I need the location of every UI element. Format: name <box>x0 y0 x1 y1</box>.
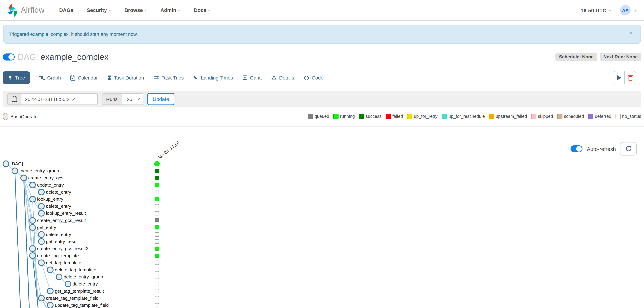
task-node-circle[interactable] <box>48 267 53 273</box>
tab-landing-times[interactable]: Landing Times <box>193 75 233 81</box>
task-status-square[interactable] <box>155 225 159 229</box>
task-node-circle[interactable] <box>38 210 44 216</box>
nav-item-security[interactable]: Security <box>87 8 111 13</box>
status-color-swatch <box>386 114 391 119</box>
task-status-square[interactable] <box>155 268 159 272</box>
navbar-right: 16:50 UTC AA <box>580 5 637 16</box>
num-runs-select[interactable]: 25 <box>122 93 143 105</box>
task-node-circle[interactable] <box>12 168 18 174</box>
update-button[interactable]: Update <box>148 93 174 105</box>
legend-status-running: running <box>334 114 355 119</box>
task-node-circle[interactable] <box>48 302 53 308</box>
task-node-circle[interactable] <box>38 295 44 301</box>
task-node-circle[interactable] <box>3 161 9 167</box>
tree-view: Jan 28, 17:50[DAG]create_entry_groupcrea… <box>0 140 644 308</box>
tab-code[interactable]: Code <box>304 75 324 81</box>
tab-gantt[interactable]: Gantt <box>242 75 262 81</box>
task-status-square[interactable] <box>155 261 159 265</box>
status-label: no_status <box>622 114 641 119</box>
task-label: get_entry <box>37 225 56 230</box>
task-node-circle[interactable] <box>38 189 44 195</box>
landing-icon <box>193 75 198 80</box>
task-node-circle[interactable] <box>38 203 44 209</box>
task-label: update_tag_template_field <box>55 302 108 308</box>
task-label: delete_entry <box>46 232 71 237</box>
task-status-square[interactable] <box>155 218 159 222</box>
task-status-square[interactable] <box>155 303 159 307</box>
task-node-circle[interactable] <box>21 175 26 181</box>
nav-item-admin[interactable]: Admin <box>160 8 180 13</box>
dag-name: example_complex <box>40 52 108 62</box>
close-icon[interactable]: × <box>629 30 633 36</box>
status-color-swatch <box>616 114 621 119</box>
dag-pause-toggle[interactable] <box>3 54 15 61</box>
tree-edge <box>32 256 38 308</box>
task-node-circle[interactable] <box>30 196 36 202</box>
task-label: get_tag_template <box>46 260 82 265</box>
status-color-swatch <box>531 114 536 119</box>
avatar[interactable]: AA <box>620 5 631 16</box>
tab-details[interactable]: Details <box>272 75 294 81</box>
nav-item-docs[interactable]: Docs <box>194 8 210 13</box>
dag-run-status-circle[interactable] <box>154 161 160 166</box>
status-label: skipped <box>538 114 553 119</box>
task-status-square[interactable] <box>155 275 159 279</box>
trash-icon <box>628 75 633 81</box>
task-node-circle[interactable] <box>30 182 36 188</box>
calendar-addon[interactable] <box>8 93 21 105</box>
status-label: up_for_reschedule <box>448 114 485 119</box>
schedule-badge: Schedule: None <box>556 53 597 61</box>
task-node-circle[interactable] <box>30 246 36 251</box>
tab-task-duration[interactable]: Task Duration <box>107 75 144 81</box>
task-status-square[interactable] <box>155 232 159 236</box>
legend-status-up_for_retry: up_for_retry <box>407 114 438 119</box>
operator-label: BashOperator <box>10 114 39 119</box>
runs-label: Runs <box>102 93 122 105</box>
task-status-square[interactable] <box>155 282 159 286</box>
airflow-page: Airflow DAGs Security Browse Admin Docs … <box>0 0 644 308</box>
nav-item-dags[interactable]: DAGs <box>59 8 74 13</box>
nav-item-browse[interactable]: Browse <box>124 8 147 13</box>
tab-tree[interactable]: Tree <box>3 71 30 84</box>
task-status-square[interactable] <box>155 211 159 215</box>
task-node-circle[interactable] <box>65 281 71 287</box>
task-node-circle[interactable] <box>38 232 44 237</box>
run-filter-bar: Runs 25 Update <box>3 91 641 107</box>
tree-edge <box>32 227 38 308</box>
chevron-down-icon[interactable] <box>634 10 637 12</box>
trigger-dag-button[interactable] <box>613 71 625 84</box>
tab-calendar[interactable]: Calendar <box>70 75 98 81</box>
task-status-square[interactable] <box>155 204 159 208</box>
tab-graph[interactable]: Graph <box>40 75 61 81</box>
task-status-square[interactable] <box>155 289 159 293</box>
task-label: create_tag_template <box>37 253 79 258</box>
task-node-circle[interactable] <box>48 288 53 294</box>
task-status-square[interactable] <box>155 296 159 300</box>
delete-dag-button[interactable] <box>625 71 636 84</box>
task-node-circle[interactable] <box>30 217 36 223</box>
task-status-square[interactable] <box>155 247 159 250</box>
task-node-circle[interactable] <box>38 239 44 244</box>
task-status-square[interactable] <box>155 176 159 180</box>
clock-dropdown[interactable]: 16:50 UTC <box>580 7 612 13</box>
task-node-circle[interactable] <box>30 253 36 258</box>
retries-icon <box>154 75 159 80</box>
legend-row: BashOperator queuedrunningsuccessfailedu… <box>3 112 641 121</box>
details-icon <box>272 75 277 80</box>
task-status-square[interactable] <box>155 190 159 194</box>
task-status-square[interactable] <box>155 197 159 201</box>
task-status-square[interactable] <box>155 254 159 258</box>
brand[interactable]: Airflow <box>7 4 44 17</box>
task-label: delete_tag_template <box>55 267 96 272</box>
task-node-circle[interactable] <box>38 260 44 266</box>
task-status-square[interactable] <box>155 183 159 187</box>
base-date-input[interactable] <box>21 93 98 105</box>
tab-task-tries[interactable]: Task Tries <box>154 75 184 81</box>
task-status-square[interactable] <box>155 240 159 243</box>
play-icon <box>617 75 621 80</box>
task-status-square[interactable] <box>155 169 159 173</box>
task-node-circle[interactable] <box>56 274 62 280</box>
task-node-circle[interactable] <box>30 224 36 230</box>
tree-edge <box>15 171 20 308</box>
task-label: create_entry_gcs <box>28 175 63 180</box>
